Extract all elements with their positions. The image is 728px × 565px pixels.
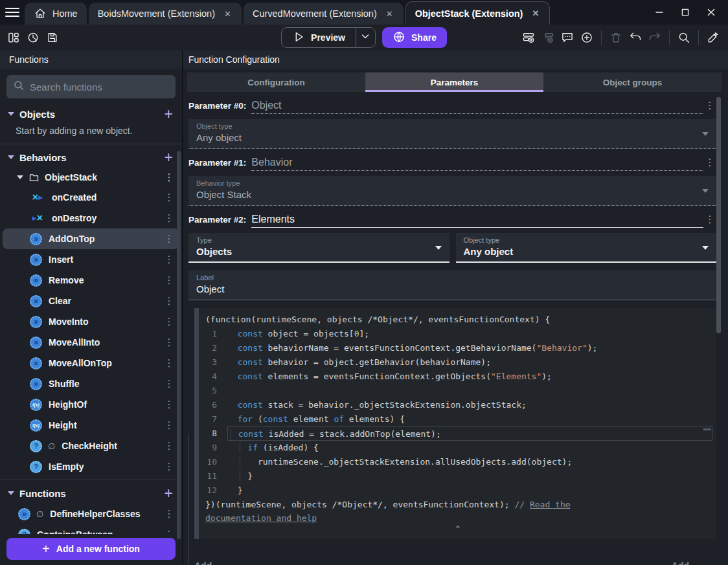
documentation-link[interactable]: Read the xyxy=(530,500,571,509)
tab-close-icon[interactable]: ✕ xyxy=(530,8,540,19)
preview-options-button[interactable] xyxy=(356,28,375,47)
code-line-9[interactable]: 9 │ if (isAdded) { xyxy=(199,441,716,455)
function-item-isempty[interactable]: ?IsEmpty⋮ xyxy=(3,456,179,477)
code-line-5[interactable]: 5 xyxy=(199,384,716,398)
tab-parameters[interactable]: Parameters xyxy=(365,72,543,92)
tab-curvedmovement-extension-[interactable]: CurvedMovement (Extension)✕ xyxy=(244,3,404,25)
close-button[interactable] xyxy=(698,3,724,22)
more-options-icon[interactable]: ⋮ xyxy=(163,461,176,472)
documentation-link[interactable]: documentation and help xyxy=(205,513,317,523)
function-item-ondestroy[interactable]: ▶×onDestroy⋮ xyxy=(3,208,179,228)
function-item-remove[interactable]: »Remove⋮ xyxy=(3,270,179,291)
input-label[interactable]: LabelObject xyxy=(188,271,716,300)
function-item-oncreated[interactable]: ×▶onCreated⋮ xyxy=(3,187,179,208)
code-line-10[interactable]: 10 │ runtimeScene._objectStackExtension.… xyxy=(199,455,716,469)
more-options-icon[interactable]: ⋮ xyxy=(163,316,176,327)
section-functions[interactable]: Functions+ xyxy=(0,483,182,504)
code-line-8[interactable]: 8│ const isAdded = stack.addOnTop(elemen… xyxy=(199,427,716,441)
function-item-checkheight[interactable]: ?∅CheckHeight⋮ xyxy=(3,436,179,456)
function-item-moveinto[interactable]: »MoveInto⋮ xyxy=(3,311,179,332)
more-options-icon[interactable]: ⋮ xyxy=(703,157,716,168)
code-line-11[interactable]: 11 │ } xyxy=(199,469,716,483)
add-behaviors-icon[interactable]: + xyxy=(165,150,173,165)
tab-close-icon[interactable]: ✕ xyxy=(385,8,394,19)
comment-icon[interactable] xyxy=(558,28,577,47)
collapse-code-caret[interactable]: ^ xyxy=(199,525,716,537)
ai-pen-icon[interactable] xyxy=(703,28,723,47)
code-line-2[interactable]: 2 const behaviorName = eventsFunctionCon… xyxy=(199,341,716,355)
function-item-addontop[interactable]: »AddOnTop⋮ xyxy=(3,228,179,249)
more-options-icon[interactable]: ⋮ xyxy=(163,357,176,369)
more-options-icon[interactable]: ⋮ xyxy=(163,192,176,203)
section-behaviors[interactable]: Behaviors+ xyxy=(0,147,182,168)
share-button[interactable]: Share xyxy=(382,27,447,48)
js-code-editor[interactable]: (function(runtimeScene, objects /*Object… xyxy=(194,308,716,539)
search-functions-input[interactable] xyxy=(30,82,169,93)
more-options-icon[interactable]: ⋮ xyxy=(163,254,176,265)
code-editor-left-scrollbar[interactable] xyxy=(194,308,199,539)
add-circle-icon[interactable] xyxy=(577,28,597,47)
more-options-icon[interactable]: ⋮ xyxy=(163,274,176,286)
function-item-height[interactable]: f(x)Height⋮ xyxy=(3,415,179,436)
more-options-icon[interactable]: ⋮ xyxy=(163,378,176,390)
code-line-7[interactable]: 7 for (const element of elements) { xyxy=(199,412,716,427)
tab-object-groups[interactable]: Object groups xyxy=(543,72,722,92)
more-options-icon[interactable]: ⋮ xyxy=(163,529,176,534)
more-options-icon[interactable]: ⋮ xyxy=(163,295,176,307)
function-item-containsbetween[interactable]: ?ContainsBetween⋮ xyxy=(3,524,179,534)
sidebar-scrollbar[interactable] xyxy=(177,151,181,539)
more-options-icon[interactable]: ⋮ xyxy=(163,508,176,520)
select-object-type[interactable]: Object typeAny object xyxy=(456,233,717,263)
caret-down-icon[interactable] xyxy=(17,175,23,179)
preview-button[interactable]: Preview xyxy=(282,28,356,47)
function-item-heightof[interactable]: f(x)HeightOf⋮ xyxy=(3,394,179,415)
code-line-1[interactable]: 1 const object = objects[0]; xyxy=(199,327,716,341)
code-area[interactable]: (function(runtimeScene, objects /*Object… xyxy=(199,308,716,539)
caret-down-icon[interactable] xyxy=(8,112,14,116)
history-icon[interactable] xyxy=(23,28,43,47)
caret-down-icon[interactable] xyxy=(8,155,14,159)
undo-icon[interactable] xyxy=(626,28,645,47)
more-options-icon[interactable]: ⋮ xyxy=(163,172,176,183)
more-options-icon[interactable]: ⋮ xyxy=(163,337,176,348)
code-line-4[interactable]: 4 const elements = eventsFunctionContext… xyxy=(199,370,716,384)
panels-icon[interactable] xyxy=(4,28,23,47)
more-options-icon[interactable]: ⋮ xyxy=(703,214,716,225)
function-item-moveallontop[interactable]: »MoveAllOnTop⋮ xyxy=(3,353,179,373)
section-objects[interactable]: Objects+ xyxy=(0,104,182,124)
select-type[interactable]: TypeObjects xyxy=(188,233,449,263)
add-new-function-button[interactable]: + Add a new function xyxy=(6,538,176,560)
more-options-icon[interactable]: ⋮ xyxy=(163,440,176,452)
more-options-icon[interactable]: ⋮ xyxy=(163,233,176,245)
menu-icon[interactable] xyxy=(0,0,25,25)
function-item-moveallinto[interactable]: »MoveAllInto⋮ xyxy=(3,332,179,353)
code-line-3[interactable]: 3 const behavior = object.getBehavior(be… xyxy=(199,355,716,370)
add-button-partial-right[interactable]: Add xyxy=(672,560,689,565)
add-event-icon[interactable] xyxy=(519,28,538,47)
function-item-clear[interactable]: »Clear⋮ xyxy=(3,291,179,311)
more-options-icon[interactable]: ⋮ xyxy=(163,212,176,224)
more-options-icon[interactable]: ⋮ xyxy=(163,399,176,410)
code-line-12[interactable]: 12 } xyxy=(199,483,716,498)
parameter-name-field[interactable]: Elements xyxy=(251,214,703,228)
add-objects-icon[interactable]: + xyxy=(165,107,173,122)
tab-boidsmovement-extension-[interactable]: BoidsMovement (Extension)✕ xyxy=(89,3,242,25)
behavior-objectstack[interactable]: ObjectStack⋮ xyxy=(0,168,182,187)
caret-down-icon[interactable] xyxy=(8,491,14,495)
tab-home[interactable]: Home xyxy=(25,3,87,25)
minimize-button[interactable] xyxy=(646,3,672,22)
function-item-definehelperclasses[interactable]: »∅DefineHelperClasses⋮ xyxy=(3,504,179,524)
add-button-partial-left[interactable]: Add xyxy=(194,560,212,565)
tab-configuration[interactable]: Configuration xyxy=(187,72,365,92)
panel-scrollbar[interactable] xyxy=(716,97,721,333)
tab-close-icon[interactable]: ✕ xyxy=(223,8,233,19)
save-icon[interactable] xyxy=(43,28,62,47)
more-options-icon[interactable]: ⋮ xyxy=(703,100,716,111)
more-options-icon[interactable]: ⋮ xyxy=(163,419,176,431)
code-line-6[interactable]: 6 const stack = behavior._objectStackExt… xyxy=(199,398,716,412)
maximize-button[interactable] xyxy=(672,3,698,22)
add-functions-icon[interactable]: + xyxy=(165,486,173,501)
search-functions-box[interactable] xyxy=(6,75,176,98)
function-item-shuffle[interactable]: »Shuffle⋮ xyxy=(3,373,179,394)
function-item-insert[interactable]: »Insert⋮ xyxy=(3,249,179,270)
